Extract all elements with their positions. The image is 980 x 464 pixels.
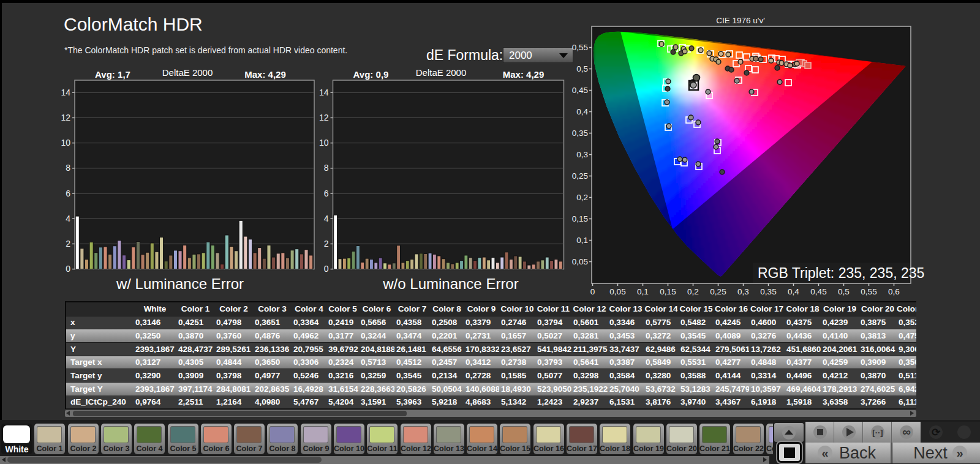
svg-text:4: 4 — [324, 214, 329, 223]
svg-text:0,2: 0,2 — [576, 193, 588, 202]
svg-text:0,45: 0,45 — [572, 86, 588, 95]
svg-text:8: 8 — [324, 163, 329, 173]
svg-text:[··]: [··] — [872, 428, 883, 437]
svg-text:Max: 4,29: Max: 4,29 — [503, 69, 545, 80]
svg-text:RGB Triplet: 235, 235, 235: RGB Triplet: 235, 235, 235 — [758, 265, 924, 281]
svg-text:CIE 1976 u'v': CIE 1976 u'v' — [716, 16, 764, 25]
svg-text:10: 10 — [61, 138, 70, 148]
svg-text:0,4: 0,4 — [788, 287, 799, 296]
svg-text:Back: Back — [839, 444, 876, 462]
svg-text:0,1: 0,1 — [637, 287, 649, 296]
svg-text:14: 14 — [61, 88, 70, 97]
svg-text:0,55: 0,55 — [861, 287, 876, 296]
svg-text:6: 6 — [324, 189, 329, 198]
svg-text:Max: 4,29: Max: 4,29 — [244, 69, 286, 80]
svg-text:0,3: 0,3 — [737, 287, 749, 296]
svg-text:0,1: 0,1 — [576, 236, 588, 245]
svg-text:0,5: 0,5 — [838, 287, 850, 296]
svg-text:0: 0 — [590, 287, 595, 296]
svg-text:⟳: ⟳ — [932, 427, 941, 438]
svg-text:2: 2 — [324, 239, 329, 249]
svg-text:0,15: 0,15 — [660, 287, 676, 296]
svg-text:∞: ∞ — [902, 425, 911, 438]
svg-text:12: 12 — [319, 113, 329, 122]
svg-text:2: 2 — [66, 239, 70, 249]
svg-text:0,3: 0,3 — [576, 150, 588, 159]
svg-text:0,15: 0,15 — [572, 214, 588, 223]
svg-text:0,25: 0,25 — [572, 171, 588, 181]
svg-text:DeltaE 2000: DeltaE 2000 — [416, 67, 467, 78]
svg-text:»: » — [956, 446, 963, 460]
svg-text:0,35: 0,35 — [760, 287, 776, 296]
svg-text:10: 10 — [319, 138, 329, 148]
svg-text:12: 12 — [61, 113, 70, 122]
svg-text:6: 6 — [66, 189, 70, 198]
svg-text:0,35: 0,35 — [572, 129, 588, 138]
svg-text:DeltaE 2000: DeltaE 2000 — [162, 67, 213, 78]
svg-text:Next: Next — [913, 444, 948, 462]
svg-text:0: 0 — [66, 264, 70, 274]
svg-text:0: 0 — [324, 264, 329, 274]
svg-text:0,2: 0,2 — [687, 287, 699, 296]
svg-text:0,6: 0,6 — [888, 287, 900, 296]
svg-text:4: 4 — [66, 214, 70, 223]
svg-text:0,05: 0,05 — [572, 257, 588, 266]
svg-text:0,55: 0,55 — [572, 43, 588, 52]
svg-text:0,25: 0,25 — [710, 287, 726, 296]
svg-text:Avg: 0,9: Avg: 0,9 — [353, 69, 389, 80]
svg-text:0,45: 0,45 — [810, 287, 826, 296]
svg-text:8: 8 — [66, 163, 70, 173]
svg-text:0,4: 0,4 — [576, 107, 588, 116]
svg-text:0,05: 0,05 — [609, 287, 625, 296]
svg-text:«: « — [821, 446, 828, 460]
svg-text:0,5: 0,5 — [576, 64, 588, 73]
svg-text:14: 14 — [319, 88, 329, 97]
svg-text:Avg: 1,7: Avg: 1,7 — [95, 69, 130, 80]
